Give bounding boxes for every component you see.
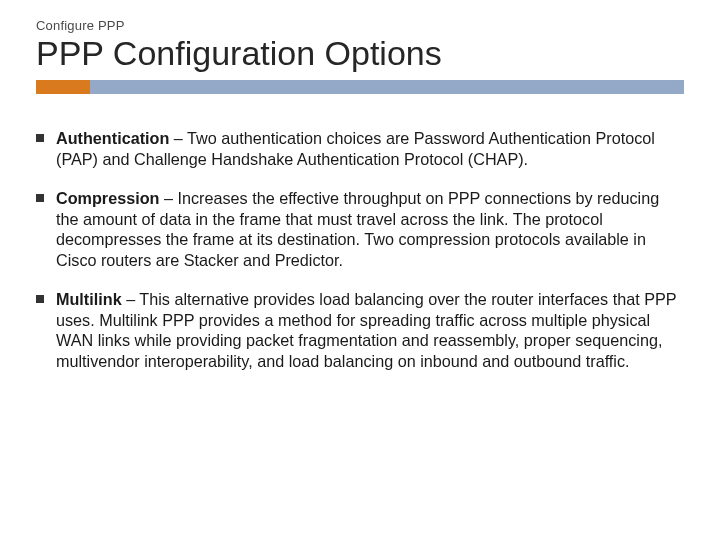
bullet-term: Authentication — [56, 129, 169, 147]
bullet-term: Multilink — [56, 290, 122, 308]
accent-bar — [36, 80, 684, 94]
bullet-marker-icon — [36, 134, 44, 142]
list-item-text: Multilink – This alternative provides lo… — [56, 289, 680, 372]
slide-title: PPP Configuration Options — [36, 35, 684, 72]
slide: Configure PPP PPP Configuration Options … — [0, 0, 720, 540]
slide-pretitle: Configure PPP — [36, 18, 684, 33]
bullet-term: Compression — [56, 189, 159, 207]
list-item: Compression – Increases the effective th… — [36, 188, 680, 271]
list-item-text: Authentication – Two authentication choi… — [56, 128, 680, 169]
bullet-list: Authentication – Two authentication choi… — [36, 128, 684, 371]
bullet-marker-icon — [36, 295, 44, 303]
accent-blue — [90, 80, 684, 94]
list-item: Authentication – Two authentication choi… — [36, 128, 680, 169]
bullet-marker-icon — [36, 194, 44, 202]
list-item-text: Compression – Increases the effective th… — [56, 188, 680, 271]
list-item: Multilink – This alternative provides lo… — [36, 289, 680, 372]
accent-orange — [36, 80, 90, 94]
bullet-desc: – This alternative provides load balanci… — [56, 290, 676, 370]
